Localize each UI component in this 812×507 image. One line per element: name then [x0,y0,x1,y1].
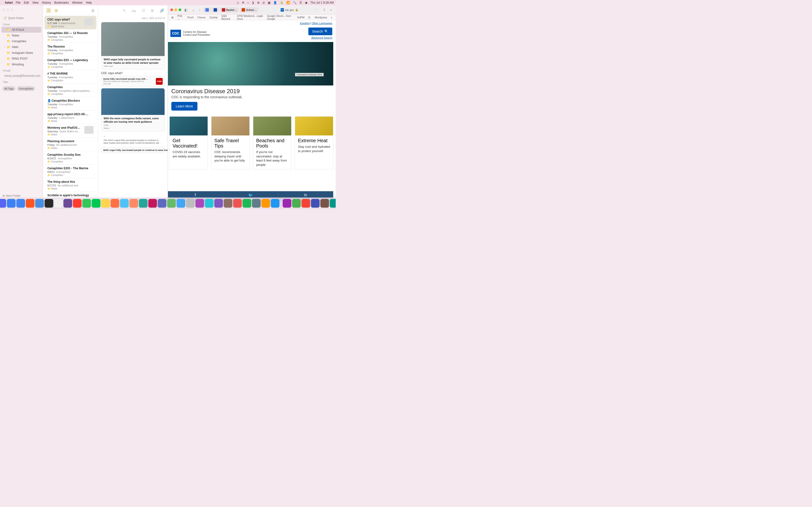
note-item[interactable]: CDC says what?9:27 AM5 attachments📁Quick… [45,16,96,30]
reader-icon[interactable]: ⋯ [316,8,318,11]
tab-schedule[interactable]: Sched… [240,7,258,12]
advanced-search-link[interactable]: Advanced Search [308,36,332,39]
share-icon[interactable]: ⇪ [322,7,327,12]
tab[interactable] [212,7,219,12]
note-item[interactable]: CenaphilesTuesdaycenaphiles (@cenaphiles… [45,83,96,97]
dock-app-icon[interactable] [242,199,251,208]
dock-app-icon[interactable] [214,199,223,208]
dock-app-icon[interactable] [7,199,15,208]
menu-window[interactable]: Window [72,1,83,4]
new-tab-icon[interactable]: + [329,7,333,12]
dock-app-icon[interactable] [167,199,176,208]
dock-app-icon[interactable] [283,199,291,208]
clock[interactable]: Thu Jul 1 9:28 AM [310,1,334,4]
folder-notes[interactable]: 📁Notes [1,33,41,38]
status-icon[interactable]: ⊕ [257,1,260,4]
search-button[interactable]: Search🔍 [308,27,332,35]
card-vaccinated[interactable]: Get Vaccinated!COVID-19 vaccines are wid… [169,116,208,169]
favorites-grid-icon[interactable]: ⊞ [171,16,173,19]
fav-link[interactable]: Wordpress [315,16,327,19]
status-icon[interactable]: ▦ [268,1,270,4]
menu-view[interactable]: View [32,1,39,4]
checklist-icon[interactable]: ☑ [142,8,145,13]
dock-app-icon[interactable] [54,199,63,208]
card-beaches[interactable]: Beaches and PoolsIf you're not vaccinate… [253,116,292,169]
menu-history[interactable]: History [42,1,51,4]
folder-cenaphiles[interactable]: 📁Cenaphiles [1,38,41,44]
new-folder-button[interactable]: ⊕New Folder [2,194,20,198]
folder-all-icloud[interactable]: 📁All iCloud [1,27,41,33]
menu-edit[interactable]: Edit [24,1,29,4]
note-item[interactable]: Cenaphiles 202 — 12 RoundsTuesday#cenaph… [45,30,96,43]
grid-view-icon[interactable]: ⊞ [54,8,59,13]
folder-wrestling[interactable]: 📁Wrestling [1,62,41,67]
espanol-link[interactable]: Español [300,22,310,24]
fav-link[interactable]: NJPW [297,16,305,19]
card-travel[interactable]: Safe Travel TipsCDC recommends delaying … [211,116,250,169]
menu-help[interactable]: Help [86,1,92,4]
note-item[interactable]: 👤Cenaphiles BlockersTuesday#cenaphiles📁N… [45,97,96,111]
note-item[interactable]: Cenaphiles Scooby Doo6/10/21#cenaphiles📁… [45,151,96,165]
dock-app-icon[interactable] [311,199,319,208]
overflow-icon[interactable]: » [331,16,332,19]
menu-file[interactable]: File [16,1,20,4]
note-item[interactable]: Cenaphiles E03 — LegendaryTuesday#cenaph… [45,56,96,70]
dock-app-icon[interactable] [110,199,119,208]
menu-bookmarks[interactable]: Bookmarks [54,1,69,4]
link-card-cnn[interactable]: Some fully vaccinated people may still… … [101,76,165,87]
link-card-delta[interactable]: With the more contagious Delta variant, … [101,88,165,131]
close-button[interactable] [170,8,173,11]
status-icon[interactable]: ◇ [237,1,239,4]
dock-app-icon[interactable] [16,199,25,208]
note-item[interactable]: The ReunionTuesday#cenaphiles📁Cenaphiles [45,43,96,56]
dock-app-icon[interactable] [35,199,44,208]
other-languages-link[interactable]: Other Languages [312,22,332,24]
dock-app-icon[interactable] [92,199,100,208]
dock-app-icon[interactable] [148,199,157,208]
dock-app-icon[interactable] [45,199,53,208]
dock-app-icon[interactable] [82,199,91,208]
trash-icon[interactable]: 🗑 [91,8,95,13]
dock-app-icon[interactable] [233,199,242,208]
dock-app-icon[interactable] [292,199,301,208]
dock-app-icon[interactable] [0,199,6,208]
app-name[interactable]: Safari [5,1,13,4]
dock-app-icon[interactable] [329,199,336,208]
fav-link[interactable]: Cantrip [209,16,217,19]
siri-icon[interactable]: ◉ [305,1,307,4]
compose-icon[interactable]: ✎ [123,8,126,13]
chevron-down-icon[interactable]: ⌄ [191,7,196,12]
dock-app-icon[interactable] [158,199,166,208]
note-item[interactable]: The thing about this5/17/21No additional… [45,178,96,192]
fav-link[interactable]: PS5 ⌄ [177,14,184,20]
fav-link[interactable]: Proof [188,16,194,19]
wifi-icon[interactable]: 📶 [286,1,290,4]
dock-app-icon[interactable] [195,199,204,208]
dock-app-icon[interactable] [205,199,213,208]
sidebar-toggle-icon[interactable]: ◧ [183,7,189,12]
note-item[interactable]: app-privacy-report-2021-06-…Tuesday1 att… [45,111,96,124]
dock-app-icon[interactable] [120,199,129,208]
dock-app-icon[interactable] [320,199,329,208]
google-account[interactable]: henry.casey@futurenet.com [1,73,41,79]
tag-cenaphiles[interactable]: #cenaphiles [17,86,35,91]
status-icon[interactable]: 👤 [273,1,277,4]
dock-app-icon[interactable] [63,199,72,208]
battery-icon[interactable]: 🔋 [280,1,284,4]
fav-link[interactable]: D&D Beyond [221,14,233,20]
dock-app-icon[interactable] [73,199,82,208]
fav-link[interactable]: Chorus [197,16,206,19]
status-icon[interactable]: ◎ [262,1,265,4]
dock-app-icon[interactable] [101,199,110,208]
folder-hello[interactable]: ›📁Hello [1,44,41,50]
dock-app-icon[interactable] [301,199,310,208]
card-heat[interactable]: Extreme HeatStay cool and hydrated to pr… [295,116,333,169]
note-item[interactable]: # THE MARINETuesday#cenaphiles📁Cenaphile… [45,70,96,83]
dock-app-icon[interactable] [223,199,232,208]
tab[interactable] [203,7,211,12]
search-icon[interactable]: 🔍 [293,1,297,4]
zoom-button[interactable] [179,8,181,11]
fav-link[interactable]: HTW Weekend…oogle Docs [237,14,263,20]
note-item[interactable]: Monterey and iPadOS…SaturdayQuick Notes … [45,124,96,137]
folder-ring-post[interactable]: 📁RING POST [1,56,41,62]
